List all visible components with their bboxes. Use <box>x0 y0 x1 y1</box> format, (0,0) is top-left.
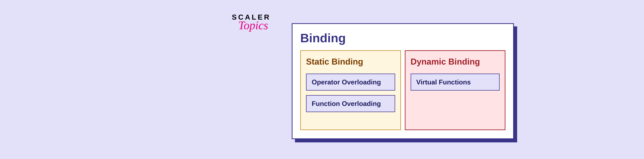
static-binding-title: Static Binding <box>306 57 395 66</box>
item-label: Operator Overloading <box>312 78 390 86</box>
item-label: Virtual Functions <box>416 78 494 86</box>
dynamic-binding-title: Dynamic Binding <box>410 57 500 66</box>
dynamic-item-virtual-functions: Virtual Functions <box>410 74 500 90</box>
static-binding-column: Static Binding Operator Overloading Func… <box>300 50 401 130</box>
scaler-topics-logo: SCALER Topics <box>232 13 271 32</box>
binding-title: Binding <box>300 31 506 45</box>
binding-columns-row: Static Binding Operator Overloading Func… <box>300 50 506 130</box>
item-label: Function Overloading <box>312 100 390 108</box>
logo-line-topics: Topics <box>238 19 271 32</box>
static-item-operator-overloading: Operator Overloading <box>306 74 395 90</box>
dynamic-binding-column: Dynamic Binding Virtual Functions <box>405 50 506 130</box>
binding-card: Binding Static Binding Operator Overload… <box>292 23 514 139</box>
static-item-function-overloading: Function Overloading <box>306 95 395 112</box>
